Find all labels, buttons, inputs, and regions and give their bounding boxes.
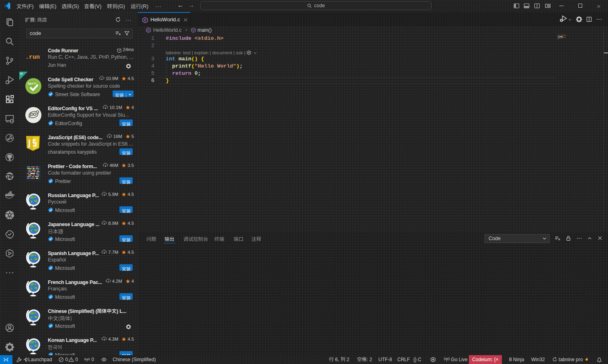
svg-text:C: C <box>144 18 146 22</box>
svg-text:C: C <box>147 29 150 32</box>
svg-text:Spell: Spell <box>28 82 37 85</box>
